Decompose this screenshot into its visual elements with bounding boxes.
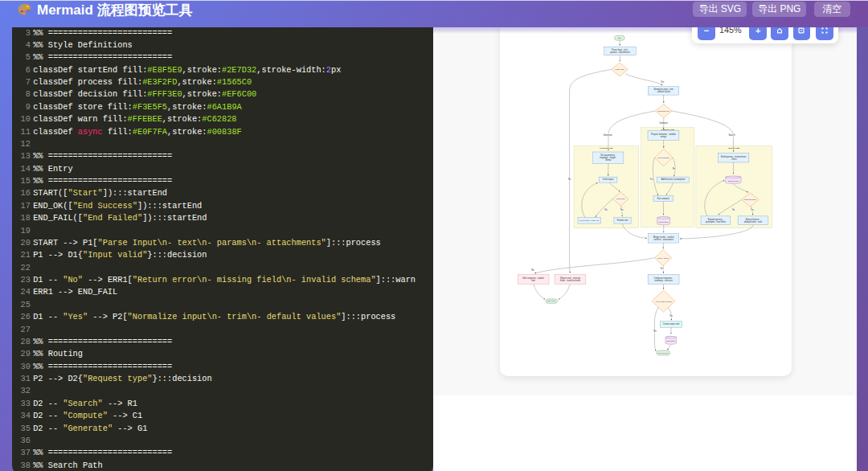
svg-text:Deterministic: Deterministic xyxy=(658,157,670,159)
svg-text:Task Store: Task Store xyxy=(666,340,676,342)
svg-text:Search: Search xyxy=(728,133,735,137)
svg-text:Create async task: Create async task xyxy=(663,322,680,326)
svg-text:Yes: Yes xyxy=(660,267,664,270)
svg-text:Yes: Yes xyxy=(669,314,674,317)
svg-text:Generate: Generate xyxy=(604,133,612,137)
svg-text:No: No xyxy=(531,268,534,272)
svg-text:Search Path: Search Path xyxy=(728,147,740,149)
svg-text:Run compute: Run compute xyxy=(657,197,670,200)
svg-text:No: No xyxy=(732,208,735,211)
svg-text:Request type: Request type xyxy=(657,110,669,113)
svg-text:merge: merge xyxy=(661,135,667,138)
svg-text:conflicts - annotations: conflicts - annotations xyxy=(653,238,674,241)
svg-text:Finalize text: Finalize text xyxy=(617,219,628,222)
svg-text:Input valid: Input valid xyxy=(615,68,624,71)
svg-text:Async task needed: Async task needed xyxy=(655,301,673,303)
svg-text:format: format xyxy=(605,158,612,162)
svg-text:Result table: Result table xyxy=(659,221,669,223)
svg-text:Enough data: Enough data xyxy=(744,199,756,201)
svg-text:Add heuristic assumptions: Add heuristic assumptions xyxy=(661,178,686,181)
svg-text:- default values: - default values xyxy=(657,90,671,93)
svg-text:Compute: Compute xyxy=(659,121,668,125)
svg-text:No: No xyxy=(673,167,676,170)
svg-text:Yes: Yes xyxy=(620,208,624,211)
svg-text:No: No xyxy=(653,330,657,333)
svg-text:Policy check: Policy check xyxy=(657,257,669,260)
svg-text:Draft output: Draft output xyxy=(603,178,614,181)
svg-text:Revise drafts - reduce fluff: Revise drafts - reduce fluff xyxy=(579,219,600,221)
svg-text:Start: Start xyxy=(617,37,621,39)
svg-text:No: No xyxy=(604,208,608,211)
svg-text:synonyms - new filters: synonyms - new filters xyxy=(706,220,727,223)
svg-text:Search index: Search index xyxy=(728,180,739,182)
svg-text:Meets bar: Meets bar xyxy=(616,198,625,200)
svg-text:End Failed: End Failed xyxy=(547,300,556,301)
svg-text:limit: limit xyxy=(531,279,535,282)
svg-text:End Success: End Success xyxy=(658,352,668,354)
svg-text:- filters: - filters xyxy=(731,158,737,161)
svg-text:Yes: Yes xyxy=(649,178,653,181)
svg-text:Yes: Yes xyxy=(751,208,755,211)
svg-text:Generate Path: Generate Path xyxy=(600,147,613,149)
svg-text:Yes: Yes xyxy=(661,80,665,84)
svg-text:No: No xyxy=(568,178,571,181)
svg-text:summary - structure: summary - structure xyxy=(654,279,673,282)
svg-text:deduplication - rank: deduplication - rank xyxy=(744,220,763,223)
svg-text:params - attachments: params - attachments xyxy=(610,51,630,54)
svg-text:fields - invalid schema: fields - invalid schema xyxy=(560,279,581,282)
